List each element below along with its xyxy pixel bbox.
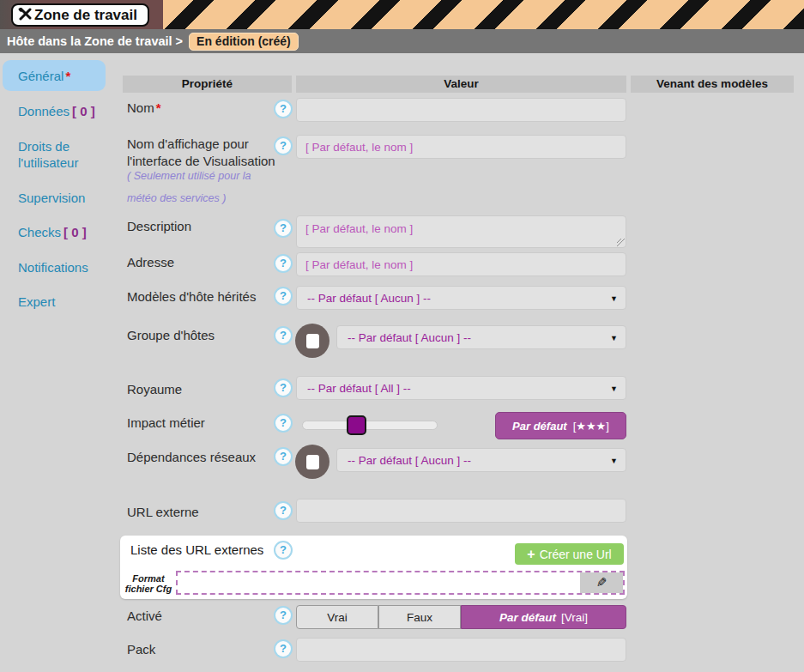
workspace-button[interactable]: Zone de travail	[11, 3, 149, 27]
display-name-note: ( Seulement utilisé pour la météo des se…	[127, 165, 271, 209]
url-list-label: Liste des URL externes	[130, 542, 263, 557]
hostgroup-select[interactable]: -- Par défaut [ Aucun ] -- ▼	[336, 325, 626, 349]
pencil-icon: ✎	[596, 575, 608, 590]
selected-value: -- Par défaut [ Aucun ] --	[348, 331, 471, 344]
sidebar-item-label: Expert	[18, 294, 55, 309]
default-prefix: Par défaut	[512, 420, 567, 433]
top-header-bar: Zone de travail	[0, 0, 804, 29]
slider-handle[interactable]	[347, 415, 366, 435]
default-value: [Vrai]	[561, 611, 588, 624]
default-prefix: Par défaut	[499, 611, 556, 624]
network-deps-select[interactable]: -- Par défaut [ Aucun ] -- ▼	[336, 448, 626, 472]
chevron-down-icon: ▼	[610, 457, 618, 465]
sidebar-item-donnees[interactable]: Données[ 0 ]	[18, 103, 108, 119]
resize-grip-icon[interactable]	[617, 239, 625, 246]
selected-value: -- Par défaut [ All ] --	[307, 382, 411, 395]
enabled-false-button[interactable]: Faux	[378, 605, 461, 629]
description-textarea[interactable]	[296, 215, 626, 248]
sidebar-item-general[interactable]: Général*	[3, 60, 106, 91]
column-header-property: Propriété	[123, 76, 292, 93]
business-impact-label: Impact métier	[127, 415, 281, 432]
help-icon[interactable]: ?	[274, 326, 293, 345]
cfg-format-label: Format fichier Cfg	[123, 572, 174, 594]
description-label: Description	[127, 218, 281, 235]
item-count-badge: [ 0 ]	[63, 225, 87, 239]
chevron-down-icon: ▼	[610, 384, 618, 393]
sidebar-item-notifications[interactable]: Notifications	[18, 259, 108, 275]
sidebar-item-label: Droits de l'utilisateur	[18, 139, 78, 170]
default-stars-value: [★★★]	[573, 420, 609, 433]
business-impact-slider-track[interactable]	[302, 421, 438, 430]
nom-input[interactable]	[296, 98, 626, 122]
help-icon[interactable]: ?	[274, 287, 293, 306]
sidebar: Général* Données[ 0 ] Droits de l'utilis…	[0, 53, 114, 672]
cfg-format-field: ✎	[176, 571, 625, 595]
nom-label: Nom*	[127, 100, 281, 117]
pack-input[interactable]	[296, 638, 626, 662]
display-name-input[interactable]	[296, 135, 626, 159]
impact-default-button[interactable]: Par défaut [★★★]	[495, 412, 626, 439]
enabled-true-button[interactable]: Vrai	[296, 605, 378, 629]
square-icon	[306, 455, 319, 469]
sidebar-item-label: Supervision	[18, 191, 85, 205]
help-icon[interactable]: ?	[274, 639, 293, 658]
help-icon[interactable]: ?	[274, 219, 293, 238]
help-icon[interactable]: ?	[274, 541, 293, 560]
help-icon[interactable]: ?	[274, 414, 293, 433]
enabled-label: Activé	[127, 608, 281, 625]
realm-label: Royaume	[127, 381, 281, 398]
sidebar-item-droits[interactable]: Droits de l'utilisateur	[18, 138, 108, 171]
required-asterisk: *	[156, 100, 161, 115]
help-icon[interactable]: ?	[274, 378, 293, 397]
external-url-input[interactable]	[296, 499, 626, 523]
network-deps-toggle-button[interactable]	[295, 445, 329, 479]
help-icon[interactable]: ?	[274, 100, 293, 118]
status-badge: En édition (créé)	[189, 33, 299, 51]
chevron-down-icon: ▼	[610, 334, 618, 342]
required-asterisk: *	[65, 69, 70, 83]
hostgroup-toggle-button[interactable]	[295, 324, 329, 358]
selected-value: -- Par défaut [ Aucun ] --	[348, 454, 471, 467]
help-icon[interactable]: ?	[274, 254, 293, 273]
create-url-button[interactable]: + Créer une Url	[515, 543, 624, 565]
square-icon	[306, 334, 319, 348]
external-url-label: URL externe	[127, 504, 281, 521]
create-url-label: Créer une Url	[540, 548, 612, 561]
host-templates-label: Modèles d'hôte hérités	[127, 288, 281, 306]
sidebar-item-label: Général	[18, 69, 63, 83]
sidebar-item-checks[interactable]: Checks[ 0 ]	[18, 224, 108, 240]
sidebar-item-label: Données	[18, 104, 70, 118]
help-icon[interactable]: ?	[274, 136, 293, 155]
tools-icon	[18, 8, 33, 22]
pack-label: Pack	[127, 641, 281, 658]
cfg-format-input[interactable]	[178, 572, 583, 593]
hostgroup-label: Groupe d'hôtes	[127, 327, 281, 344]
item-count-badge: [ 0 ]	[72, 104, 95, 118]
column-header-value: Valeur	[296, 76, 626, 93]
sidebar-item-label: Checks	[18, 225, 61, 239]
realm-select[interactable]: -- Par défaut [ All ] -- ▼	[296, 376, 626, 400]
plus-icon: +	[527, 548, 535, 560]
help-icon[interactable]: ?	[274, 501, 293, 520]
breadcrumb-path: Hôte dans la Zone de travail >	[7, 34, 183, 48]
column-header-templates: Venant des modèles	[631, 76, 794, 93]
enabled-default-button[interactable]: Par défaut [Vrai]	[461, 605, 626, 629]
breadcrumb: Hôte dans la Zone de travail > En éditio…	[0, 29, 804, 53]
page: Zone de travail Hôte dans la Zone de tra…	[0, 0, 804, 672]
sidebar-item-expert[interactable]: Expert	[18, 294, 108, 310]
selected-value: -- Par défaut [ Aucun ] --	[307, 292, 431, 305]
sidebar-item-label: Notifications	[18, 260, 88, 275]
network-deps-label: Dépendances réseaux	[127, 449, 281, 466]
adresse-input[interactable]	[296, 252, 626, 276]
help-icon[interactable]: ?	[274, 606, 293, 625]
host-templates-select[interactable]: -- Par défaut [ Aucun ] -- ▼	[296, 286, 626, 310]
chevron-down-icon: ▼	[610, 294, 618, 303]
help-icon[interactable]: ?	[274, 447, 293, 466]
adresse-label: Adresse	[127, 254, 281, 271]
sidebar-item-supervision[interactable]: Supervision	[18, 190, 108, 206]
edit-button[interactable]: ✎	[580, 572, 623, 593]
workspace-button-label: Zone de travail	[34, 7, 137, 24]
